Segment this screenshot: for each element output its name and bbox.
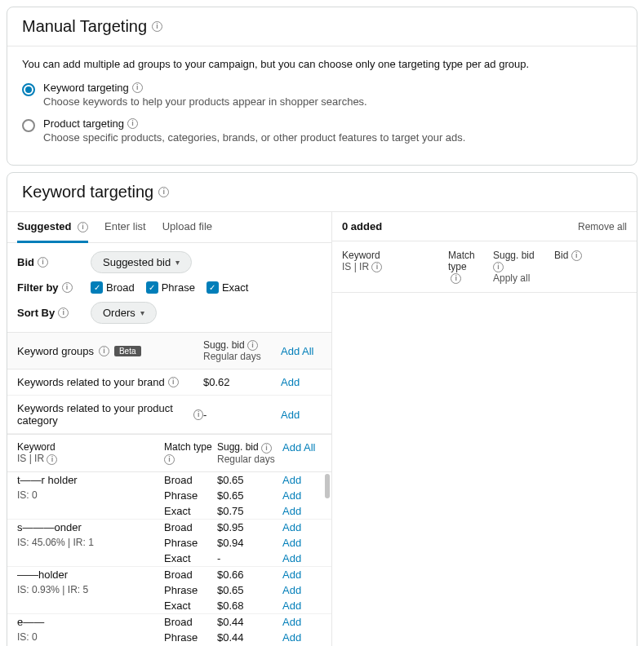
group-bid: - (203, 409, 281, 421)
sort-label: Sort By i (17, 307, 91, 319)
add-keyword-link[interactable]: Add (282, 616, 301, 628)
add-keyword-link[interactable]: Add (282, 489, 301, 502)
tab-upload-file[interactable]: Upload file (162, 212, 212, 242)
match-type-value: Broad (164, 616, 217, 628)
info-icon[interactable]: i (127, 118, 138, 129)
left-panel: Suggested i Enter list Upload file Bid i… (7, 212, 332, 646)
add-keyword-link[interactable]: Add (282, 552, 301, 564)
keyword-block: ——holderBroad$0.66AddIS: 0.93% | IR: 5Ph… (7, 567, 331, 614)
manual-targeting-title-text: Manual Targeting (22, 17, 147, 36)
product-targeting-sub: Choose specific products, categories, br… (43, 131, 465, 144)
keyword-group-row: Keywords related to your brand i$0.62Add (7, 369, 331, 396)
filter-label: Filter by i (17, 281, 91, 294)
info-icon[interactable]: i (158, 187, 169, 197)
bid-value: $0.94 (217, 537, 282, 549)
phrase-label: Phrase (162, 281, 195, 294)
radio-checked-icon[interactable] (22, 83, 35, 96)
keyword-meta: IS: 0 (17, 631, 164, 643)
info-icon[interactable]: i (99, 346, 109, 356)
info-icon[interactable]: i (47, 454, 57, 465)
regular-days-label: Regular days (203, 351, 281, 362)
add-all-groups-link[interactable]: Add All (281, 345, 313, 357)
info-icon[interactable]: i (152, 21, 162, 32)
keyword-line: IS: 45.06% | IR: 1Phrase$0.94Add (7, 535, 331, 551)
col-regular-days: Regular days (217, 454, 282, 465)
bid-label-text: Bid (17, 256, 34, 268)
info-icon[interactable]: i (247, 340, 258, 351)
bid-dropdown[interactable]: Suggested bid ▾ (91, 251, 192, 273)
keyword-block: t——r holderBroad$0.65AddIS: 0Phrase$0.65… (7, 472, 331, 520)
right-columns: Keyword IS | IR i Match type i Sugg. bid… (332, 241, 637, 293)
match-type-value: Phrase (164, 537, 217, 549)
sort-dropdown[interactable]: Orders ▾ (91, 302, 157, 324)
keyword-targeting-title: Keyword targeting i (22, 183, 169, 201)
checkbox-phrase[interactable]: ✓Phrase (146, 281, 195, 294)
add-keyword-link[interactable]: Add (282, 584, 301, 596)
add-group-link[interactable]: Add (281, 376, 300, 388)
add-keyword-link[interactable]: Add (282, 600, 301, 612)
sugg-bid-label: Sugg. bid (203, 339, 245, 351)
tab-suggested-label: Suggested (17, 220, 71, 232)
radio-unchecked-icon[interactable] (22, 119, 35, 132)
checkbox-checked-icon: ✓ (91, 281, 103, 294)
info-icon[interactable]: i (371, 262, 382, 272)
info-icon[interactable]: i (164, 454, 175, 465)
info-icon[interactable]: i (58, 308, 69, 318)
info-icon[interactable]: i (261, 443, 272, 454)
exact-label: Exact (222, 281, 249, 294)
add-all-keywords-link[interactable]: Add All (282, 441, 315, 454)
panel-split: Suggested i Enter list Upload file Bid i… (7, 211, 637, 646)
keyword-name: s———onder (17, 521, 164, 533)
sort-value: Orders (103, 307, 135, 319)
add-keyword-link[interactable]: Add (282, 521, 301, 533)
bid-value: $0.66 (217, 569, 282, 581)
keyword-table-body: t——r holderBroad$0.65AddIS: 0Phrase$0.65… (7, 472, 331, 646)
match-type-value: Phrase (164, 489, 217, 502)
add-keyword-link[interactable]: Add (282, 505, 301, 517)
checkbox-exact[interactable]: ✓Exact (207, 281, 249, 294)
add-keyword-link[interactable]: Add (282, 474, 301, 486)
add-keyword-link[interactable]: Add (282, 537, 301, 549)
keyword-line: t——r holderBroad$0.65Add (7, 472, 331, 488)
info-icon[interactable]: i (168, 377, 179, 387)
rc-apply-all[interactable]: Apply all (493, 272, 544, 284)
col-match-type: Match type (164, 441, 212, 453)
info-icon[interactable]: i (193, 409, 203, 420)
info-icon[interactable]: i (132, 82, 143, 93)
tab-enter-list[interactable]: Enter list (104, 212, 146, 242)
col-sugg-bid: Sugg. bid (217, 441, 259, 453)
keyword-line: Exact-Add (7, 551, 331, 566)
info-icon[interactable]: i (62, 282, 73, 293)
manual-targeting-desc: You can add multiple ad groups to your c… (22, 58, 622, 70)
info-icon[interactable]: i (493, 262, 504, 272)
checkbox-broad[interactable]: ✓Broad (91, 281, 135, 294)
col-isir: IS | IR (17, 453, 44, 464)
add-keyword-link[interactable]: Add (282, 631, 301, 644)
scrollbar-thumb[interactable] (325, 474, 330, 498)
product-targeting-option[interactable]: Product targeting i Choose specific prod… (22, 117, 622, 144)
keyword-line: IS: 0.93% | IR: 5Phrase$0.65Add (7, 582, 331, 598)
manual-targeting-card: Manual Targeting i You can add multiple … (7, 7, 637, 166)
info-icon[interactable]: i (451, 273, 461, 284)
bid-value: $0.44 (217, 631, 282, 644)
keyword-meta: IS: 0.93% | IR: 5 (17, 584, 164, 595)
keyword-targeting-option[interactable]: Keyword targeting i Choose keywords to h… (22, 82, 622, 108)
keyword-line: Exact$0.75Add (7, 503, 331, 519)
added-count: 0 added (342, 220, 382, 232)
group-name: Keywords related to your brand (17, 376, 165, 388)
bid-value: Suggested bid (103, 256, 171, 268)
group-name: Keywords related to your product categor… (17, 402, 190, 427)
add-group-link[interactable]: Add (281, 409, 300, 421)
tab-suggested[interactable]: Suggested i (17, 212, 88, 243)
info-icon[interactable]: i (571, 250, 582, 261)
info-icon[interactable]: i (78, 222, 88, 232)
info-icon[interactable]: i (38, 257, 48, 268)
add-keyword-link[interactable]: Add (282, 569, 301, 581)
remove-all-link[interactable]: Remove all (578, 221, 627, 232)
bid-value: $0.75 (217, 505, 282, 517)
sort-label-text: Sort By (17, 307, 55, 319)
bid-value: $0.65 (217, 584, 282, 596)
product-targeting-text: Product targeting i Choose specific prod… (43, 117, 465, 144)
keyword-groups-label: Keyword groups (17, 345, 94, 357)
bid-value: $0.65 (217, 474, 282, 486)
